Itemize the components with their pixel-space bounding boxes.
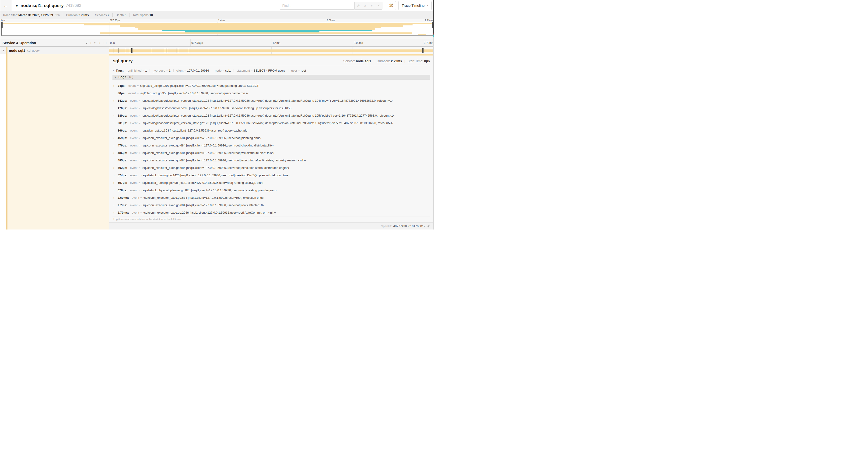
divider [113, 66, 430, 66]
logs-count: (18) [127, 75, 133, 79]
span-row-timeline-cell[interactable] [109, 47, 434, 54]
log-row[interactable]: ›2.79ms:event=‹sql/conn_executor_exec.go… [114, 209, 430, 216]
trace-title: node sql1: sql query [21, 3, 64, 8]
ruler-tick-label: 1.4ms [218, 19, 225, 22]
top-bar: ← ∨ node sql1: sql query 7418682 ◎ ∧ ∨ ✕… [0, 0, 434, 11]
spanid-label: SpanID: [381, 224, 392, 228]
command-icon: ⌘ [389, 3, 394, 8]
keyboard-shortcuts-button[interactable]: ⌘ [386, 1, 396, 10]
summary-depth: Depth6 [113, 13, 126, 17]
trace-summary-bar: Trace StartMarch 31 2022, 17:25:09.326 D… [0, 11, 434, 19]
log-marker-tick[interactable] [165, 48, 165, 53]
span-duration-bar[interactable] [109, 50, 434, 52]
log-marker-tick[interactable] [422, 48, 423, 53]
clear-find-icon[interactable]: ✕ [377, 4, 380, 7]
log-row[interactable]: ›34μs:event=‹sql/exec_util.go:2297 [nsql… [114, 82, 430, 89]
logs-list: ›34μs:event=‹sql/exec_util.go:2297 [nsql… [113, 79, 430, 216]
log-marker-tick[interactable] [176, 48, 177, 53]
log-row[interactable]: ›176μs:event=‹sql/catalog/descs/descript… [114, 104, 430, 112]
log-marker-tick[interactable] [424, 48, 424, 53]
expand-one-icon[interactable]: › [91, 41, 91, 44]
span-collapse-chevron-icon[interactable]: ∨ [0, 49, 6, 52]
window-scrollbar[interactable] [433, 0, 434, 230]
log-marker-tick[interactable] [166, 48, 167, 53]
log-field-key: event [128, 84, 136, 88]
log-field-key: event [130, 159, 137, 162]
trace-id: 7418682 [66, 3, 81, 8]
log-timestamp: 2.79ms: [118, 211, 129, 214]
log-timestamp: 80μs: [118, 91, 126, 95]
locate-icon[interactable]: ◎ [357, 4, 359, 7]
chevron-right-icon: › [114, 181, 118, 185]
log-timestamp: 366μs: [118, 129, 127, 132]
log-marker-tick[interactable] [168, 48, 168, 53]
log-row[interactable]: ›486μs:event=‹sql/conn_executor_exec.go:… [114, 149, 430, 157]
trace-minimap[interactable] [1, 22, 433, 36]
log-marker-tick[interactable] [163, 48, 163, 53]
log-marker-tick[interactable] [188, 48, 188, 53]
tag-item: client=127.0.0.1:59936 [174, 69, 209, 72]
log-field-value: ‹sql/conn_executor_exec.go:684 [nsql1,cl… [142, 151, 274, 155]
summary-services: Services2 [92, 13, 110, 17]
log-field-key: event [130, 129, 137, 132]
chevron-right-icon: › [114, 151, 118, 155]
log-timestamp: 176μs: [118, 106, 127, 110]
span-row[interactable]: ∨ node sql1 sql query [0, 47, 434, 54]
log-row[interactable]: ›142μs:event=‹sql/catalog/lease/descript… [114, 97, 430, 104]
log-field-value: ‹sql/exec_util.go:2297 [nsql1,client=127… [140, 84, 259, 88]
span-operation-title: sql query [113, 58, 132, 63]
log-marker-tick[interactable] [131, 48, 132, 53]
expand-all-icon[interactable]: » [99, 41, 100, 44]
log-marker-tick[interactable] [130, 48, 130, 53]
log-row[interactable]: ›574μs:event=‹sql/distsql_running.go:142… [114, 171, 430, 179]
log-field-value: ‹sql/distsql_physical_planner.go:828 [ns… [142, 189, 277, 192]
find-addon: ◎ ∧ ∨ ✕ [354, 2, 382, 9]
log-row[interactable]: ›2.69ms:event=‹sql/conn_executor_exec.go… [114, 194, 430, 201]
log-row[interactable]: ›366μs:event=‹sql/plan_opt.go:358 [nsql1… [114, 127, 430, 134]
log-row[interactable]: ›502μs:event=‹sql/conn_executor_exec.go:… [114, 164, 430, 171]
log-field-value: ‹sql/catalog/lease/descriptor_version_st… [142, 114, 394, 117]
chevron-right-icon: › [114, 114, 118, 117]
log-timestamp: 34μs: [118, 84, 126, 88]
log-row[interactable]: ›2.7ms:event=‹sql/conn_executor_exec.go:… [114, 201, 430, 209]
next-match-icon[interactable]: ∨ [371, 4, 373, 7]
log-field-value: ‹sql/plan_opt.go:358 [nsql1,client=127.0… [140, 91, 248, 95]
chevron-right-icon: › [114, 129, 118, 132]
trace-view-select[interactable]: Trace Timeline ∨ [398, 1, 432, 10]
log-row[interactable]: ›495μs:event=‹sql/conn_executor_exec.go:… [114, 157, 430, 164]
log-row[interactable]: ›201μs:event=‹sql/catalog/lease/descript… [114, 119, 430, 127]
log-marker-tick[interactable] [113, 48, 114, 53]
find-input[interactable] [280, 2, 354, 9]
log-timestamp: 502μs: [118, 166, 127, 170]
collapse-all-icon[interactable]: » [94, 42, 97, 44]
ruler-tick-label: 2.09ms [354, 41, 363, 44]
log-field-key: event [130, 203, 137, 207]
log-row[interactable]: ›476μs:event=‹sql/conn_executor_exec.go:… [114, 141, 430, 149]
log-field-key: event [132, 211, 139, 214]
log-field-value: ‹sql/conn_executor_exec.go:684 [nsql1,cl… [142, 159, 306, 162]
log-row[interactable]: ›80μs:event=‹sql/plan_opt.go:358 [nsql1,… [114, 89, 430, 97]
tags-accordion[interactable]: › Tags: _unfinished=1_verbose=1client=12… [113, 68, 430, 75]
log-timestamp: 574μs: [118, 173, 127, 177]
log-marker-tick[interactable] [126, 48, 126, 53]
log-marker-tick[interactable] [132, 48, 133, 53]
trace-collapse-chevron-icon[interactable]: ∨ [16, 3, 18, 8]
tag-item: statement=SELECT * FROM users [234, 69, 285, 72]
span-detail-indent [0, 54, 109, 230]
log-row[interactable]: ›597μs:event=‹sql/distsql_running.go:498… [114, 179, 430, 186]
column-resizer-handle[interactable]: ❘❘ [103, 41, 107, 44]
minimap-right-scrubber[interactable] [433, 22, 433, 35]
logs-accordion-header[interactable]: ∨ Logs (18) [113, 75, 430, 79]
log-marker-tick[interactable] [179, 48, 179, 53]
ruler-tick-label: 2.09ms [327, 19, 335, 22]
log-row[interactable]: ›189μs:event=‹sql/catalog/lease/descript… [114, 112, 430, 119]
log-row[interactable]: ›459μs:event=‹sql/conn_executor_exec.go:… [114, 134, 430, 141]
minimap-left-scrubber[interactable] [1, 22, 2, 35]
prev-match-icon[interactable]: ∧ [364, 4, 366, 7]
link-icon[interactable] [427, 225, 430, 228]
back-button[interactable]: ← [0, 0, 11, 11]
collapse-one-icon[interactable]: ∨ [85, 41, 88, 44]
log-row[interactable]: ›678μs:event=‹sql/distsql_physical_plann… [114, 186, 430, 194]
log-marker-tick[interactable] [152, 48, 152, 53]
span-row-name-cell[interactable]: ∨ node sql1 sql query [0, 47, 109, 54]
